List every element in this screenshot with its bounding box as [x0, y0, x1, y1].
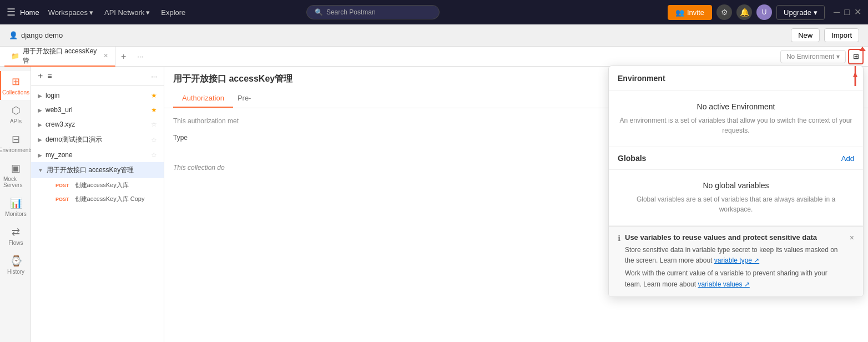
sidebar-apis-label: APIs	[10, 118, 22, 124]
star-icon[interactable]: ★	[151, 92, 157, 99]
collection-item-login[interactable]: ▶ login ★	[31, 88, 164, 103]
star-empty-icon[interactable]: ☆	[151, 136, 157, 144]
api-network-nav[interactable]: API Network ▾	[100, 6, 154, 19]
env-selector[interactable]: No Environment ▾	[780, 50, 846, 63]
env-table-icon: ⊞	[853, 52, 859, 61]
search-bar[interactable]: 🔍 Search Postman	[306, 5, 440, 19]
workspace-name: 👤 django demo	[9, 31, 63, 39]
apis-icon: ⬡	[12, 104, 21, 117]
minimize-button[interactable]: ─	[834, 8, 840, 17]
upgrade-button[interactable]: Upgrade ▾	[776, 5, 825, 20]
notifications-icon[interactable]: 🔔	[736, 4, 752, 20]
sidebar-item-apis[interactable]: ⬡ APIs	[0, 100, 31, 129]
sidebar-item-monitors[interactable]: 📊 Monitors	[0, 193, 31, 222]
no-globals-title: No global variables	[627, 181, 845, 190]
tab-close-icon[interactable]: ✕	[103, 52, 108, 59]
sidebar: ⊞ Collections ⬡ APIs ⊟ Environments ▣ Mo…	[0, 67, 31, 342]
collection-name: crew3.xyz	[46, 120, 75, 128]
collection-name: my_zone	[46, 151, 73, 159]
collections-panel: + ≡ ··· ▶ login ★ ▶ web3_url ★ ▶ crew3.x…	[31, 67, 164, 342]
no-active-env-desc: An environment is a set of variables tha…	[618, 115, 854, 135]
collection-item-myzone[interactable]: ▶ my_zone ☆	[31, 148, 164, 162]
invite-button[interactable]: 👥 Invite	[668, 5, 712, 20]
star-empty-icon[interactable]: ☆	[151, 120, 157, 128]
tab-more-button[interactable]: ···	[132, 52, 149, 61]
workspaces-nav[interactable]: Workspaces ▾	[44, 6, 98, 19]
import-button[interactable]: Import	[824, 28, 859, 42]
star-empty-icon[interactable]: ☆	[151, 151, 157, 159]
request-item-create-accesskey[interactable]: POST 创建accessKey入库	[31, 178, 164, 192]
request-name: 创建accessKey入库 Copy	[75, 195, 145, 203]
request-name: 创建accessKey入库	[75, 181, 129, 189]
panel-header: + ≡ ···	[31, 67, 164, 86]
no-globals-desc: Global variables are a set of variables …	[627, 194, 845, 214]
window-controls: ─ □ ✕	[834, 8, 861, 17]
sidebar-item-mock-servers[interactable]: ▣ Mock Servers	[0, 158, 31, 193]
tip-row: ℹ Use variables to reuse values and prot…	[618, 233, 854, 290]
tip-text-2: Work with the current value of a variabl…	[625, 268, 845, 289]
sidebar-flows-label: Flows	[8, 240, 23, 246]
panel-add-button[interactable]: +	[38, 71, 43, 81]
history-icon: ⌚	[10, 255, 22, 267]
globals-label: Globals	[618, 154, 646, 163]
variable-values-link[interactable]: variable values ↗	[698, 280, 749, 288]
method-badge-post: POST	[53, 182, 72, 189]
globals-row: Globals Add	[609, 147, 863, 170]
sidebar-monitors-label: Monitors	[5, 211, 26, 217]
env-quick-access-button[interactable]: ⊞	[848, 49, 864, 64]
sidebar-history-label: History	[7, 269, 24, 275]
sidebar-item-flows[interactable]: ⇄ Flows	[0, 222, 31, 250]
sidebar-item-history[interactable]: ⌚ History	[0, 250, 31, 279]
tab-pre-script[interactable]: Pre-	[233, 89, 256, 108]
home-link[interactable]: Home	[20, 8, 39, 17]
env-panel-title: Environment	[618, 74, 665, 83]
collections-icon: ⊞	[12, 76, 20, 88]
collection-item-web3[interactable]: ▶ web3_url ★	[31, 103, 164, 117]
request-item-create-accesskey-copy[interactable]: POST 创建accessKey入库 Copy	[31, 192, 164, 206]
collection-item-demo[interactable]: ▶ demo测试接口演示 ☆	[31, 132, 164, 148]
no-active-env-title: No active Environment	[618, 102, 854, 111]
caret-icon: ▼	[38, 167, 43, 173]
sidebar-collections-label: Collections	[2, 89, 29, 95]
search-icon: 🔍	[315, 8, 323, 16]
main-layout: ⊞ Collections ⬡ APIs ⊟ Environments ▣ Mo…	[0, 67, 868, 342]
add-tab-button[interactable]: +	[115, 52, 132, 62]
workspace-icon: 👤	[9, 31, 18, 39]
collection-item-crew3[interactable]: ▶ crew3.xyz ☆	[31, 117, 164, 132]
tab-authorization[interactable]: Authorization	[173, 89, 233, 108]
top-nav: Workspaces ▾ API Network ▾ Explore	[44, 6, 190, 19]
info-icon: ℹ	[618, 234, 620, 243]
tip-content: Use variables to reuse values and protec…	[625, 233, 845, 290]
close-button[interactable]: ✕	[854, 8, 861, 17]
caret-icon: ▶	[38, 122, 42, 128]
invite-icon: 👥	[675, 8, 684, 17]
hamburger-menu[interactable]: ☰	[7, 6, 16, 18]
sidebar-item-environments[interactable]: ⊟ Environments	[0, 129, 31, 158]
active-tab[interactable]: 📁 用于开放接口 accessKey管 ✕	[4, 47, 115, 67]
panel-filter-button[interactable]: ≡	[47, 72, 52, 81]
avatar[interactable]: U	[756, 4, 772, 20]
star-icon[interactable]: ★	[151, 106, 157, 114]
sidebar-mock-servers-label: Mock Servers	[3, 176, 28, 188]
top-actions: 👥 Invite ⚙ 🔔 U Upgrade ▾ ─ □ ✕	[668, 4, 861, 20]
collection-name: web3_url	[46, 106, 73, 114]
settings-icon[interactable]: ⚙	[716, 4, 732, 20]
maximize-button[interactable]: □	[844, 8, 850, 17]
sidebar-item-collections[interactable]: ⊞ Collections	[0, 71, 31, 100]
tip-text-1: Store sensitive data in variable type se…	[625, 245, 845, 266]
tip-close-button[interactable]: ×	[850, 233, 854, 242]
caret-icon: ▶	[38, 107, 42, 113]
globals-add-link[interactable]: Add	[841, 154, 854, 163]
search-placeholder: Search Postman	[326, 8, 376, 16]
collection-name: 用于开放接口 accessKey管理	[47, 165, 134, 175]
env-panel-header: Environment	[609, 66, 863, 91]
collection-item-accesskey[interactable]: ▼ 用于开放接口 accessKey管理	[31, 162, 164, 178]
no-env-label: No Environment	[786, 53, 834, 61]
collection-name: login	[46, 92, 59, 99]
explore-nav[interactable]: Explore	[157, 6, 190, 19]
panel-more-button[interactable]: ···	[151, 72, 157, 81]
flows-icon: ⇄	[12, 226, 20, 238]
collection-list: ▶ login ★ ▶ web3_url ★ ▶ crew3.xyz ☆ ▶ d…	[31, 86, 164, 342]
new-button[interactable]: New	[791, 28, 820, 42]
variable-type-link[interactable]: variable type ↗	[714, 256, 759, 264]
